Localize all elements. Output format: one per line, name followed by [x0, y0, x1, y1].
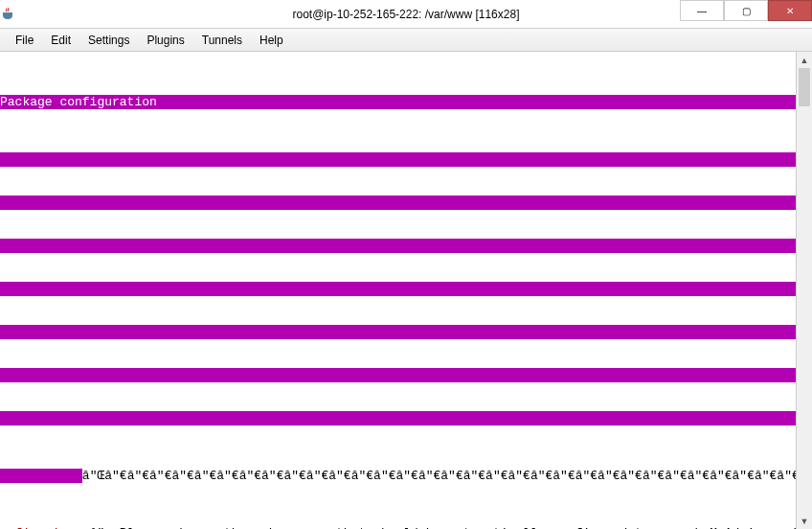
menu-settings[interactable]: Settings: [80, 32, 137, 49]
scroll-down-button[interactable]: ▼: [797, 513, 812, 529]
terminal-bg: [0, 368, 796, 382]
menu-file[interactable]: File: [8, 32, 41, 49]
close-icon: ✕: [786, 6, 794, 16]
terminal-bg: [0, 411, 796, 426]
maximize-icon: ▢: [742, 6, 751, 16]
terminal-bg: [0, 239, 796, 253]
menu-edit[interactable]: Edit: [43, 32, 79, 49]
terminal[interactable]: Package configuration â"Œâ"€â"€â"€â"€â"€…: [0, 52, 796, 529]
chevron-down-icon: ▼: [801, 517, 809, 526]
dialog-border-top: â"Œâ"€â"€â"€â"€â"€â"€â"€â"€â"€â"€â"€â"€â…: [82, 469, 796, 483]
terminal-bg: [0, 469, 82, 483]
minimize-button[interactable]: —: [680, 0, 724, 21]
title-bar: root@ip-10-252-165-222: /var/www [116x28…: [0, 0, 812, 29]
scrollbar[interactable]: ▲ ▼: [796, 52, 812, 529]
menu-tunnels[interactable]: Tunnels: [194, 32, 250, 49]
maximize-button[interactable]: ▢: [724, 0, 768, 21]
terminal-bg: [0, 196, 796, 210]
minimize-icon: —: [697, 6, 707, 16]
terminal-bg: [0, 282, 796, 296]
window-controls: — ▢ ✕: [680, 0, 812, 28]
scroll-up-button[interactable]: ▲: [797, 52, 812, 68]
terminal-bg: [0, 152, 796, 167]
menu-bar: File Edit Settings Plugins Tunnels Help: [0, 29, 812, 52]
terminal-wrap: Package configuration â"Œâ"€â"€â"€â"€â"€…: [0, 52, 812, 529]
package-config-header: Package configuration: [0, 95, 796, 109]
menu-help[interactable]: Help: [252, 32, 291, 49]
menu-plugins[interactable]: Plugins: [139, 32, 192, 49]
close-button[interactable]: ✕: [768, 0, 812, 21]
terminal-bg: [0, 325, 796, 339]
java-icon: [0, 7, 15, 22]
scroll-thumb[interactable]: [799, 68, 810, 106]
chevron-up-icon: ▲: [801, 56, 809, 65]
